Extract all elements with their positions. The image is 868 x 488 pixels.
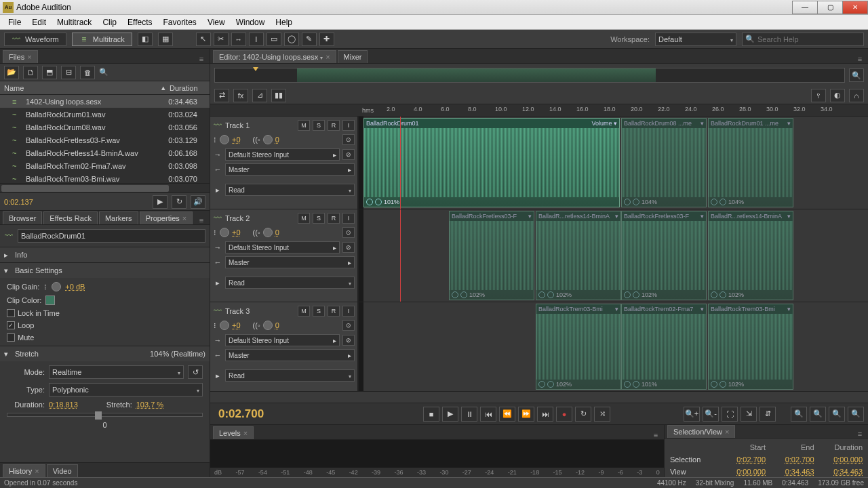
input-opt-button[interactable]: ⊘ (342, 149, 355, 160)
close-file-button[interactable]: ⊟ (61, 66, 76, 79)
automation-select[interactable]: Read (225, 369, 355, 382)
audio-clip[interactable]: BalladRockFretless03-F ▾102% (449, 211, 534, 300)
zoom-sel-button[interactable]: ⇲ (741, 407, 757, 422)
loop-preview-button[interactable]: ↻ (172, 195, 186, 209)
zoom-d[interactable]: 🔍 (848, 407, 864, 422)
menu-file[interactable]: File (3, 16, 26, 29)
timeline-ruler[interactable]: hms 2.04.06.08.010.012.014.016.018.020.0… (210, 104, 868, 117)
file-row[interactable]: ~BalladRockDrum08.wav0:03.056 (0, 121, 210, 134)
view-start[interactable]: 0:00.000 (717, 468, 766, 476)
sel-start[interactable]: 0:02.700 (717, 455, 766, 464)
automation-select[interactable]: Read (225, 184, 355, 196)
close-button[interactable]: ✕ (842, 1, 868, 14)
mute-button[interactable]: M (298, 213, 310, 224)
stop-button[interactable]: ■ (423, 407, 439, 422)
volume-knob[interactable] (220, 321, 229, 330)
solo-button[interactable]: S (313, 120, 325, 131)
file-row[interactable]: ~BalladRockFretless14-BminA.wav0:06.168 (0, 146, 210, 159)
menu-edit[interactable]: Edit (26, 16, 52, 29)
editor-menu-icon[interactable]: ≡ (854, 55, 865, 63)
header-duration[interactable]: Duration (165, 84, 210, 92)
play-preview-button[interactable]: ▶ (153, 195, 167, 209)
stretch-mode-select[interactable]: Realtime (49, 365, 184, 379)
zoom-full-button[interactable]: ⛶ (722, 407, 738, 422)
info-section[interactable]: ▸Info (0, 247, 210, 262)
tool-d[interactable]: ▮▮ (271, 89, 286, 102)
stretch-reset-button[interactable]: ↺ (188, 365, 203, 379)
menu-help[interactable]: Help (270, 16, 298, 29)
editor-tab[interactable]: Editor: 1402-Using loops.sesx× (213, 50, 336, 63)
track-lane[interactable]: BalladRockTrem03-Bmi ▾102%BalladRockTrem… (363, 302, 868, 391)
record-button[interactable]: ● (556, 407, 572, 422)
input-select[interactable]: Default Stereo Input▸ (225, 148, 340, 161)
rewind-button[interactable]: ⏪ (499, 407, 515, 422)
razor-tool[interactable]: ✂ (214, 33, 229, 46)
loop-button[interactable]: ↻ (575, 407, 591, 422)
fx-button[interactable]: ⊙ (342, 134, 355, 145)
video-tab[interactable]: Video (47, 464, 78, 477)
audio-clip[interactable]: BalladR...retless14-BminA ▾102% (708, 211, 793, 300)
monitor-button[interactable]: I (342, 213, 355, 224)
tool-b[interactable]: fx (233, 89, 248, 102)
main-timecode[interactable]: 0:02.700 (214, 407, 350, 421)
input-opt-button[interactable]: ⊘ (342, 335, 355, 346)
header-name[interactable]: Name▴ (0, 83, 165, 92)
clip-name-input[interactable] (18, 229, 205, 243)
levels-menu-icon[interactable]: ≡ (650, 431, 661, 439)
menu-favorites[interactable]: Favorites (158, 16, 202, 29)
output-select[interactable]: Master▸ (225, 256, 355, 268)
file-row[interactable]: ~BalladRockTrem03-Bmi.wav0:03.070 (0, 172, 210, 183)
properties-tab[interactable]: Properties× (140, 211, 193, 224)
toolbar-tool-2[interactable]: ▦ (158, 33, 173, 46)
autoplay-button[interactable]: 🔊 (191, 195, 205, 209)
brush-tool[interactable]: ✎ (302, 33, 317, 46)
fx-button[interactable]: ⊙ (342, 227, 355, 238)
delete-button[interactable]: 🗑 (80, 66, 95, 79)
arm-button[interactable]: R (328, 213, 340, 224)
menu-clip[interactable]: Clip (97, 16, 122, 29)
insert-button[interactable]: ⬒ (42, 66, 57, 79)
stretch-slider[interactable] (7, 413, 203, 417)
solo-button[interactable]: S (313, 213, 325, 224)
search-help[interactable]: 🔍 (742, 33, 864, 46)
pan-knob[interactable] (263, 321, 273, 330)
mute-checkbox[interactable]: Mute (7, 333, 34, 342)
output-select[interactable]: Master▸ (225, 349, 355, 361)
monitor-button[interactable]: I (342, 306, 355, 317)
lock-checkbox[interactable]: Lock in Time (7, 309, 60, 317)
files-scrollbar[interactable] (0, 183, 210, 192)
magnet-button[interactable]: ∩ (849, 89, 864, 102)
zoom-in-v[interactable]: ⇵ (760, 407, 776, 422)
open-file-button[interactable]: 📂 (4, 66, 19, 79)
sel-end[interactable]: 0:02.700 (766, 455, 814, 464)
go-start-button[interactable]: ⏮ (480, 407, 496, 422)
arm-button[interactable]: R (328, 306, 340, 317)
menu-effects[interactable]: Effects (122, 16, 157, 29)
files-tab[interactable]: Files× (3, 50, 38, 63)
maximize-button[interactable]: ▢ (817, 1, 843, 14)
slip-tool[interactable]: ↔ (231, 33, 246, 46)
zoom-a[interactable]: 🔍 (791, 407, 807, 422)
basic-section[interactable]: ▾Basic Settings (0, 263, 210, 278)
arm-button[interactable]: R (328, 120, 340, 131)
view-end[interactable]: 0:34.463 (766, 468, 814, 476)
heal-tool[interactable]: ✚ (319, 33, 334, 46)
new-file-button[interactable]: 🗋 (23, 66, 38, 79)
multitrack-mode-button[interactable]: ≡Multitrack (72, 33, 132, 46)
pan-knob[interactable] (263, 135, 273, 144)
zoom-overview-button[interactable]: 🔍 (849, 68, 864, 82)
audio-clip[interactable]: BalladRockDrum01Volume ▾101% (363, 118, 620, 207)
tool-c[interactable]: ⊿ (252, 89, 267, 102)
audio-clip[interactable]: BalladRockTrem03-Bmi ▾102% (536, 304, 621, 390)
pan-knob[interactable] (263, 228, 273, 237)
marquee-tool[interactable]: ▭ (267, 33, 281, 46)
view-dur[interactable]: 0:34.463 (814, 468, 863, 476)
audio-clip[interactable]: BalladRockTrem02-Fma7 ▾101% (621, 304, 707, 390)
gain-knob[interactable] (52, 282, 61, 291)
markers-tab[interactable]: Markers (99, 211, 138, 224)
audio-clip[interactable]: BalladRockDrum08 ...me ▾104% (621, 118, 707, 207)
output-select[interactable]: Master▸ (225, 163, 355, 176)
mixer-tab[interactable]: Mixer (338, 50, 368, 63)
input-select[interactable]: Default Stereo Input▸ (225, 241, 340, 253)
panel-menu-icon[interactable]: ≡ (196, 55, 207, 63)
